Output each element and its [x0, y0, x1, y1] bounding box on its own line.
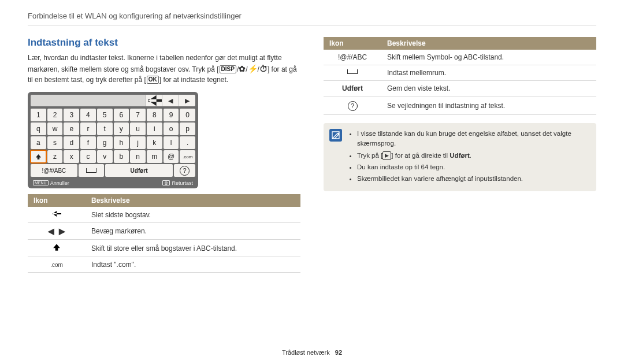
keyboard-footer: MENUAnnuller 🗑Returtast: [31, 179, 195, 186]
left-icon: ◀: [162, 95, 179, 106]
trash-tag-icon: 🗑: [162, 180, 170, 185]
desc: Indtast mellemrum.: [381, 65, 596, 81]
keyboard-key: f: [80, 136, 96, 149]
keyboard-key: e: [64, 122, 79, 135]
note-icon: [329, 129, 342, 142]
shift-key-icon: [31, 150, 46, 163]
keyboard-key: d: [64, 136, 79, 149]
desc: Indtast ".com".: [86, 257, 300, 273]
note-text: ] for at gå direkte til: [391, 152, 450, 159]
keyboard-key: w: [47, 122, 63, 135]
help-key: ?: [174, 164, 195, 177]
table-row: !@#/ABC Skift mellem Symbol- og ABC-tils…: [324, 50, 596, 65]
keyboard-key: z: [47, 150, 63, 163]
footer-left-label: Annuller: [50, 180, 69, 186]
keyboard-key: y: [114, 122, 129, 135]
icon-table-right: Ikon Beskrivelse !@#/ABC Skift mellem Sy…: [324, 37, 596, 115]
keyboard-key: 3: [64, 109, 79, 121]
desc: Bevæg markøren.: [86, 223, 300, 240]
keyboard-key: 5: [97, 109, 113, 121]
keyboard-figure: ◀ ▶ 1234567890qwertyuiopasdfghjkl.zxcvbn…: [28, 92, 198, 188]
symbol-mode-key: !@#/ABC: [31, 164, 77, 177]
section-title: Indtastning af tekst: [28, 37, 300, 49]
keyboard-key: q: [31, 122, 46, 135]
left-right-icon: ◀ ▶: [48, 226, 65, 236]
note-item: Tryk på [▶] for at gå direkte til Udført…: [357, 151, 589, 161]
table-row: Slet sidste bogstav.: [28, 207, 300, 223]
desc: Skift mellem Symbol- og ABC-tilstand.: [381, 50, 596, 65]
disp-icon: DISP: [220, 65, 236, 73]
keyboard-key: b: [114, 150, 129, 163]
right-icon: ▶: [179, 95, 195, 106]
done-key: Udført: [105, 164, 173, 177]
desc: Gem den viste tekst.: [381, 81, 596, 96]
done-label-icon: Udført: [342, 84, 363, 92]
keyboard-key: j: [130, 136, 146, 149]
note-text: Tryk på [: [357, 152, 382, 159]
keyboard-input-area: [31, 95, 145, 106]
keyboard-key: h: [114, 136, 129, 149]
table-row: Skift til store eller små bogstaver i AB…: [28, 240, 300, 257]
backspace-icon: [145, 95, 162, 106]
help-icon: ?: [348, 101, 358, 111]
keyboard-key: 4: [80, 109, 96, 121]
th-desc: Beskrivelse: [381, 37, 596, 50]
keyboard-key: m: [147, 150, 162, 163]
keyboard-key: p: [180, 122, 195, 135]
back-bold-icon: [52, 211, 61, 219]
desc: Se vejledningen til indtastning af tekst…: [381, 96, 596, 115]
th-icon: Ikon: [28, 194, 86, 207]
dotcom-icon: .com: [50, 262, 63, 268]
page-number: 92: [335, 349, 342, 356]
timer-icon: ⏱: [259, 64, 268, 73]
keyboard-key: u: [130, 122, 146, 135]
flower-icon: ✿: [239, 64, 246, 73]
keyboard-key: t: [97, 122, 113, 135]
icon-table-left: Ikon Beskrivelse Slet sidste bogstav. ◀ …: [28, 194, 300, 273]
table-row: .com Indtast ".com".: [28, 257, 300, 273]
note-item: Skærmbilledet kan variere afhængigt af i…: [357, 174, 589, 184]
note-item: Du kan indtaste op til 64 tegn.: [357, 162, 589, 172]
table-row: Indtast mellemrum.: [324, 65, 596, 81]
ok-icon: OK: [147, 76, 159, 84]
keyboard-key: 8: [147, 109, 162, 121]
keyboard-key: 7: [130, 109, 146, 121]
menu-tag-icon: MENU: [33, 180, 49, 185]
th-icon: Ikon: [324, 37, 381, 50]
keyboard-key: c: [80, 150, 96, 163]
symbol-abc-icon: !@#/ABC: [338, 53, 367, 61]
keyboard-key: x: [64, 150, 79, 163]
breadcrumb: Forbindelse til et WLAN og konfigurering…: [28, 12, 596, 25]
keyboard-key: 9: [164, 109, 179, 121]
keyboard-key: i: [147, 122, 162, 135]
footer-section: Trådløst netværk: [282, 349, 330, 356]
table-row: Udført Gem den viste tekst.: [324, 81, 596, 96]
intro-text-c: ] for at indtaste tegnet.: [159, 76, 228, 84]
space-key: [79, 164, 104, 177]
table-row: ◀ ▶ Bevæg markøren.: [28, 223, 300, 240]
footer-right-label: Returtast: [172, 180, 193, 186]
play-icon: ▶: [382, 151, 391, 161]
keyboard-key: @: [164, 150, 179, 163]
keyboard-key: o: [164, 122, 179, 135]
keyboard-key: l: [164, 136, 179, 149]
intro-paragraph: Lær, hvordan du indtaster tekst. Ikonern…: [28, 53, 300, 85]
keyboard-key: 2: [47, 109, 63, 121]
keyboard-key: k: [147, 136, 162, 149]
keyboard-key: s: [47, 136, 63, 149]
keyboard-key: n: [130, 150, 146, 163]
keyboard-key: .: [180, 136, 195, 149]
note-done: Udført: [450, 152, 470, 159]
flash-icon: ⚡: [248, 64, 258, 73]
page-footer: Trådløst netværk 92: [0, 349, 624, 356]
desc: Slet sidste bogstav.: [86, 207, 300, 223]
note-text: .: [470, 152, 471, 159]
keyboard-key: g: [97, 136, 113, 149]
keyboard-key: .com: [180, 150, 195, 163]
keyboard-key: r: [80, 122, 96, 135]
desc: Skift til store eller små bogstaver i AB…: [86, 240, 300, 257]
keyboard-key: 0: [180, 109, 195, 121]
shift-icon: [53, 245, 61, 253]
note-box: I visse tilstande kan du kun bruge det e…: [324, 123, 596, 191]
keyboard-key: v: [97, 150, 113, 163]
